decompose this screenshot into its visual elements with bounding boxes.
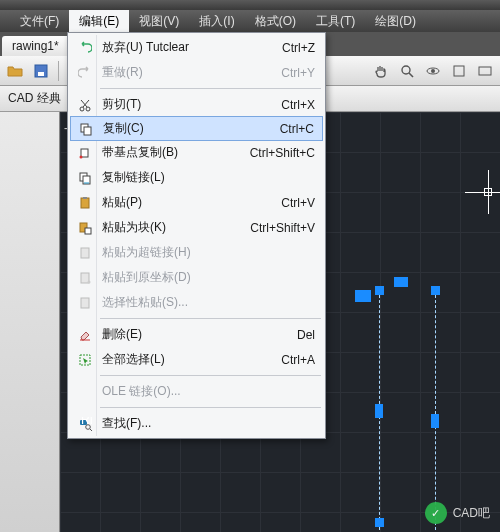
menu-redo: 重做(R) Ctrl+Y <box>70 60 323 85</box>
menu-label: 带基点复制(B) <box>98 144 244 161</box>
menu-separator <box>100 375 321 376</box>
menu-label: 粘贴为块(K) <box>98 219 244 236</box>
menu-separator <box>100 407 321 408</box>
menu-ole-links: OLE 链接(O)... <box>70 379 323 404</box>
menu-label: 放弃(U) Tutclear <box>98 39 276 56</box>
svg-rect-20 <box>83 197 87 199</box>
svg-line-31 <box>90 429 92 431</box>
menu-edit[interactable]: 编辑(E) <box>69 10 129 33</box>
menu-copy-link[interactable]: 复制链接(L) <box>70 165 323 190</box>
paste-special-icon <box>72 296 98 310</box>
menu-shortcut: Ctrl+Y <box>275 66 315 80</box>
menu-copy-base[interactable]: 带基点复制(B) Ctrl+Shift+C <box>70 140 323 165</box>
menu-label: 粘贴为超链接(H) <box>98 244 315 261</box>
svg-rect-1 <box>38 72 44 76</box>
open-icon[interactable] <box>6 62 24 80</box>
cut-icon <box>72 98 98 112</box>
menu-erase[interactable]: 删除(E) Del <box>70 322 323 347</box>
tool-extra-icon[interactable] <box>450 62 468 80</box>
menu-label: OLE 链接(O)... <box>98 383 315 400</box>
pan-icon[interactable] <box>372 62 390 80</box>
menu-label: 粘贴(P) <box>98 194 275 211</box>
undo-icon <box>72 41 98 55</box>
copy-base-icon <box>72 146 98 160</box>
save-icon[interactable] <box>32 62 50 80</box>
find-icon: RBC <box>72 417 98 431</box>
redo-icon <box>72 66 98 80</box>
menu-label: 全部选择(L) <box>98 351 275 368</box>
wechat-icon: ✓ <box>425 502 447 524</box>
grip-handle[interactable] <box>431 414 439 428</box>
menu-draw[interactable]: 绘图(D) <box>365 10 426 33</box>
menu-paste-block[interactable]: 粘贴为块(K) Ctrl+Shift+V <box>70 215 323 240</box>
menu-tools[interactable]: 工具(T) <box>306 10 365 33</box>
grip-handle[interactable] <box>375 286 384 295</box>
copy-link-icon <box>72 171 98 185</box>
crosshair-horizontal <box>465 192 500 193</box>
tool-extra2-icon[interactable] <box>476 62 494 80</box>
watermark-text: CAD吧 <box>453 505 490 522</box>
menu-label: 选择性粘贴(S)... <box>98 294 315 311</box>
svg-rect-26 <box>81 298 89 308</box>
select-all-icon <box>72 353 98 367</box>
menu-insert[interactable]: 插入(I) <box>189 10 244 33</box>
menu-label: 复制(C) <box>99 120 274 137</box>
menu-paste[interactable]: 粘贴(P) Ctrl+V <box>70 190 323 215</box>
menu-view[interactable]: 视图(V) <box>129 10 189 33</box>
menu-shortcut: Ctrl+V <box>275 196 315 210</box>
grip-handle[interactable] <box>394 277 408 287</box>
svg-point-5 <box>402 66 410 74</box>
menu-label: 粘贴到原坐标(D) <box>98 269 315 286</box>
erase-icon <box>72 328 98 342</box>
menu-shortcut: Ctrl+A <box>275 353 315 367</box>
menu-cut[interactable]: 剪切(T) Ctrl+X <box>70 92 323 117</box>
menu-file[interactable]: 文件(F) <box>10 10 69 33</box>
paste-link-icon <box>72 246 98 260</box>
menu-shortcut: Ctrl+X <box>275 98 315 112</box>
paste-icon <box>72 196 98 210</box>
menu-paste-link: 粘贴为超链接(H) <box>70 240 323 265</box>
menu-paste-orig: 粘贴到原坐标(D) <box>70 265 323 290</box>
menu-select-all[interactable]: 全部选择(L) Ctrl+A <box>70 347 323 372</box>
menu-find[interactable]: RBC 查找(F)... <box>70 411 323 436</box>
svg-point-12 <box>86 107 90 111</box>
left-toolbar[interactable] <box>0 112 60 532</box>
menu-label: 剪切(T) <box>98 96 275 113</box>
grip-handle[interactable] <box>375 518 384 527</box>
orbit-icon[interactable] <box>424 62 442 80</box>
svg-rect-19 <box>81 198 89 208</box>
menu-bar: 文件(F) 编辑(E) 视图(V) 插入(I) 格式(O) 工具(T) 绘图(D… <box>0 10 500 32</box>
paste-orig-icon <box>72 271 98 285</box>
selection-line <box>435 290 436 530</box>
copy-icon <box>73 122 99 136</box>
menu-undo[interactable]: 放弃(U) Tutclear Ctrl+Z <box>70 35 323 60</box>
menu-copy[interactable]: 复制(C) Ctrl+C <box>70 116 323 141</box>
menu-label: 查找(F)... <box>98 415 315 432</box>
menu-paste-special: 选择性粘贴(S)... <box>70 290 323 315</box>
menu-shortcut: Ctrl+Shift+C <box>244 146 315 160</box>
menu-shortcut: Ctrl+C <box>274 122 314 136</box>
menu-separator <box>100 318 321 319</box>
grip-handle[interactable] <box>355 290 371 302</box>
menu-label: 重做(R) <box>98 64 275 81</box>
svg-line-6 <box>409 73 413 77</box>
grip-handle[interactable] <box>375 404 383 418</box>
svg-point-16 <box>80 155 83 158</box>
svg-point-8 <box>431 69 435 73</box>
svg-point-25 <box>88 280 91 283</box>
zoom-icon[interactable] <box>398 62 416 80</box>
crosshair-pickbox <box>484 188 492 196</box>
menu-separator <box>100 88 321 89</box>
title-bar <box>0 0 500 10</box>
svg-rect-14 <box>84 127 91 135</box>
menu-shortcut: Ctrl+Z <box>276 41 315 55</box>
grip-handle[interactable] <box>431 286 440 295</box>
menu-label: 复制链接(L) <box>98 169 309 186</box>
paste-block-icon <box>72 221 98 235</box>
svg-point-11 <box>80 107 84 111</box>
svg-rect-10 <box>479 67 491 75</box>
edit-menu-dropdown: 放弃(U) Tutclear Ctrl+Z 重做(R) Ctrl+Y 剪切(T)… <box>67 32 326 439</box>
menu-format[interactable]: 格式(O) <box>245 10 306 33</box>
svg-rect-15 <box>81 149 88 157</box>
svg-rect-9 <box>454 66 464 76</box>
